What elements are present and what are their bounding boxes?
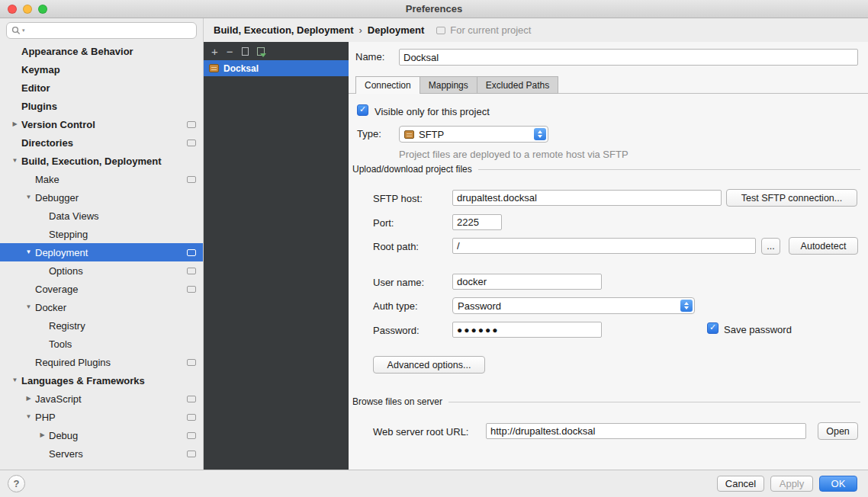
password-input[interactable] xyxy=(452,322,602,338)
server-name: Docksal xyxy=(223,63,259,74)
browse-root-path-button[interactable]: ... xyxy=(761,238,780,255)
remove-server-icon[interactable]: − xyxy=(227,46,233,57)
browse-section-title: Browse files on server xyxy=(352,396,442,407)
per-project-icon xyxy=(187,359,196,366)
type-hint: Project files are deployed to a remote h… xyxy=(399,149,628,160)
chevron-down-icon[interactable] xyxy=(22,243,35,261)
per-project-icon xyxy=(187,139,196,146)
dropdown-stepper-icon xyxy=(534,128,546,140)
minimize-window-icon[interactable] xyxy=(23,5,32,14)
tab-excluded-paths[interactable]: Excluded Paths xyxy=(477,76,558,94)
sftp-type-icon xyxy=(404,130,414,139)
help-button[interactable]: ? xyxy=(8,475,25,492)
sidebar-item-plugins[interactable]: Plugins xyxy=(0,97,203,115)
chevron-right-icon[interactable] xyxy=(36,426,49,444)
root-path-label: Root path: xyxy=(373,241,419,252)
sidebar-item-appearance-behavior[interactable]: Appearance & Behavior xyxy=(0,42,203,60)
sidebar-item-version-control[interactable]: Version Control xyxy=(0,115,203,133)
sidebar-item-build-execution-deployment[interactable]: Build, Execution, Deployment xyxy=(0,152,203,170)
close-window-icon[interactable] xyxy=(8,5,17,14)
test-sftp-connection-button[interactable]: Test SFTP connection... xyxy=(726,189,857,207)
sidebar-item-docker[interactable]: Docker xyxy=(0,298,203,316)
user-name-input[interactable] xyxy=(452,274,602,290)
sidebar-item-required-plugins[interactable]: Required Plugins xyxy=(0,353,203,371)
name-label: Name: xyxy=(355,51,384,63)
main-region: ▾ Appearance & Behavior Keymap Editor Pl… xyxy=(0,18,868,470)
chevron-down-icon[interactable] xyxy=(22,188,35,207)
zoom-window-icon[interactable] xyxy=(38,5,47,14)
per-project-icon xyxy=(187,249,196,256)
sidebar-item-javascript[interactable]: JavaScript xyxy=(0,390,203,408)
auth-type-dropdown[interactable]: Password xyxy=(452,297,695,314)
copy-server-icon[interactable] xyxy=(242,47,249,56)
sidebar-item-debug[interactable]: Debug xyxy=(0,426,203,444)
per-project-icon xyxy=(187,451,196,457)
chevron-right-icon[interactable] xyxy=(22,390,35,408)
sidebar-item-stepping[interactable]: Stepping xyxy=(0,225,203,243)
current-project-context: For current project xyxy=(436,24,531,36)
upload-section-title: Upload/download project files xyxy=(352,164,472,175)
chevron-down-icon[interactable] xyxy=(22,298,35,316)
apply-button[interactable]: Apply xyxy=(770,476,813,492)
search-icon xyxy=(11,26,21,35)
settings-search[interactable]: ▾ xyxy=(6,22,197,39)
add-server-icon[interactable]: + xyxy=(211,46,218,57)
titlebar: Preferences xyxy=(0,0,868,18)
sidebar-item-directories[interactable]: Directories xyxy=(0,133,203,152)
port-label: Port: xyxy=(373,217,394,229)
search-options-chevron-icon: ▾ xyxy=(22,27,25,34)
type-dropdown[interactable]: SFTP xyxy=(399,126,548,143)
sidebar-item-languages-frameworks[interactable]: Languages & Frameworks xyxy=(0,371,203,390)
per-project-icon xyxy=(187,121,196,128)
settings-sidebar: ▾ Appearance & Behavior Keymap Editor Pl… xyxy=(0,18,204,470)
web-root-input[interactable] xyxy=(486,423,806,439)
save-password-checkbox[interactable] xyxy=(707,322,719,334)
sidebar-item-servers[interactable]: Servers xyxy=(0,444,203,463)
sftp-server-icon xyxy=(209,64,219,72)
current-project-icon xyxy=(436,27,445,34)
sidebar-item-coverage[interactable]: Coverage xyxy=(0,280,203,298)
sidebar-item-registry[interactable]: Registry xyxy=(0,316,203,335)
breadcrumb-section: Build, Execution, Deployment xyxy=(214,24,353,36)
sidebar-item-editor[interactable]: Editor xyxy=(0,79,203,97)
tab-mappings[interactable]: Mappings xyxy=(420,76,477,94)
sidebar-item-deployment[interactable]: Deployment xyxy=(0,243,203,261)
sidebar-item-debugger[interactable]: Debugger xyxy=(0,188,203,207)
chevron-right-icon[interactable] xyxy=(8,115,21,133)
per-project-icon xyxy=(187,286,196,293)
chevron-down-icon[interactable] xyxy=(22,408,35,426)
paste-server-icon[interactable] xyxy=(257,47,265,56)
port-input[interactable] xyxy=(452,214,502,230)
tab-connection[interactable]: Connection xyxy=(355,76,420,94)
preferences-window: Preferences ▾ Appearance & Behavior Keym… xyxy=(0,0,868,497)
sidebar-item-make[interactable]: Make xyxy=(0,170,203,188)
server-list-item-docksal[interactable]: Docksal xyxy=(204,60,349,76)
password-label: Password: xyxy=(373,325,420,336)
separator-line xyxy=(478,169,860,170)
sidebar-item-tools[interactable]: Tools xyxy=(0,335,203,353)
open-button[interactable]: Open xyxy=(818,422,858,440)
sftp-host-input[interactable] xyxy=(452,190,722,206)
sidebar-item-data-views[interactable]: Data Views xyxy=(0,207,203,225)
window-title: Preferences xyxy=(406,3,462,14)
name-input[interactable] xyxy=(399,49,858,66)
cancel-button[interactable]: Cancel xyxy=(717,476,764,492)
chevron-down-icon[interactable] xyxy=(8,152,21,170)
ok-button[interactable]: OK xyxy=(819,476,857,492)
auth-type-label: Auth type: xyxy=(373,300,418,312)
search-input[interactable] xyxy=(27,25,191,36)
sidebar-item-php[interactable]: PHP xyxy=(0,408,203,426)
per-project-icon xyxy=(187,396,196,402)
breadcrumb-bar: Build, Execution, Deployment › Deploymen… xyxy=(204,18,868,42)
per-project-icon xyxy=(187,414,196,421)
advanced-options-button[interactable]: Advanced options... xyxy=(373,356,485,374)
visible-only-checkbox[interactable] xyxy=(357,104,368,116)
footer-buttons: Cancel Apply OK xyxy=(717,476,857,492)
sidebar-item-keymap[interactable]: Keymap xyxy=(0,60,203,79)
visible-only-label: Visible only for this project xyxy=(375,106,490,117)
autodetect-button[interactable]: Autodetect xyxy=(789,237,858,255)
sidebar-item-options[interactable]: Options xyxy=(0,261,203,280)
separator-line xyxy=(448,402,860,402)
chevron-down-icon[interactable] xyxy=(8,371,21,390)
root-path-input[interactable] xyxy=(452,238,756,254)
